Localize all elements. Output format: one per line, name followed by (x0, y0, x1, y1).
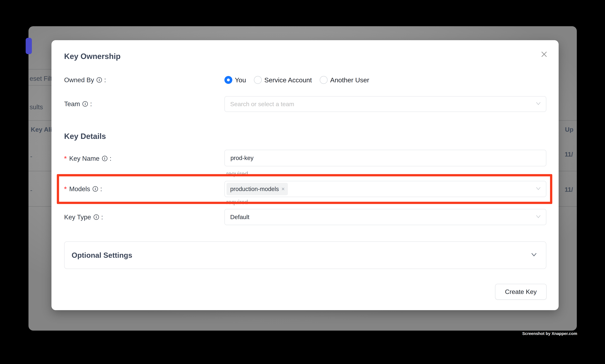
chevron-down-icon[interactable] (531, 253, 537, 258)
radio-you[interactable]: You (224, 76, 246, 84)
table-cell-dash: - (30, 153, 32, 160)
table-cell-date-partial: 11/ (565, 186, 573, 194)
column-header-updated-partial: Up (565, 126, 573, 133)
table-cell-date-partial: 11/ (565, 151, 573, 158)
create-key-modal: Key Ownership Owned By i : You Service A… (51, 40, 559, 310)
radio-service-account[interactable]: Service Account (254, 76, 312, 84)
results-count-partial: sults (30, 103, 43, 111)
tag-remove-icon[interactable]: × (282, 186, 285, 192)
required-asterisk: * (64, 155, 67, 162)
xnapper-watermark: Screenshot by Xnapper.com (522, 331, 577, 336)
info-icon[interactable]: i (97, 77, 102, 83)
key-name-input[interactable] (224, 150, 546, 166)
team-select-placeholder: Search or select a team (225, 101, 294, 108)
key-name-label: * Key Name i : (64, 155, 111, 162)
team-select[interactable]: Search or select a team (224, 96, 546, 112)
key-type-select[interactable]: Default (224, 209, 546, 225)
key-type-value: Default (225, 214, 249, 221)
key-name-required-hint: required (226, 170, 248, 177)
create-key-button[interactable]: Create Key (495, 284, 547, 300)
radio-unselected-icon[interactable] (320, 76, 328, 84)
chevron-down-icon (536, 102, 541, 106)
close-icon[interactable] (541, 51, 548, 58)
info-icon[interactable]: i (94, 214, 99, 220)
models-tag-production-models[interactable]: production-models × (227, 183, 288, 195)
radio-another-user[interactable]: Another User (320, 76, 369, 84)
models-select[interactable]: production-models × (224, 181, 546, 197)
owned-by-radio-group: You Service Account Another User (224, 76, 369, 84)
create-new-key-button-partial[interactable] (26, 38, 32, 54)
key-type-label: Key Type i : (64, 213, 103, 221)
section-title-key-details: Key Details (64, 132, 106, 141)
optional-settings-expander[interactable]: Optional Settings (64, 241, 546, 269)
bg-divider (28, 69, 52, 69)
screenshot-canvas: eset Filt sults Key Alia - - Up 11/ 11/ … (0, 0, 605, 364)
reset-filters-button-partial: eset Filt (30, 75, 52, 82)
section-title-key-ownership: Key Ownership (64, 52, 120, 61)
bg-divider (28, 85, 52, 86)
models-label: * Models i : (64, 185, 102, 193)
info-icon[interactable]: i (102, 156, 107, 161)
chevron-down-icon (536, 215, 541, 219)
info-icon[interactable]: i (93, 186, 98, 192)
team-label: Team i : (64, 100, 92, 108)
info-icon[interactable]: i (82, 101, 88, 107)
owned-by-label: Owned By i : (64, 76, 106, 84)
radio-selected-icon[interactable] (224, 76, 232, 84)
chevron-down-icon (536, 187, 541, 191)
table-cell-dash: - (30, 186, 32, 194)
models-required-hint: required (226, 199, 248, 205)
radio-unselected-icon[interactable] (254, 76, 262, 84)
required-asterisk: * (64, 185, 67, 193)
